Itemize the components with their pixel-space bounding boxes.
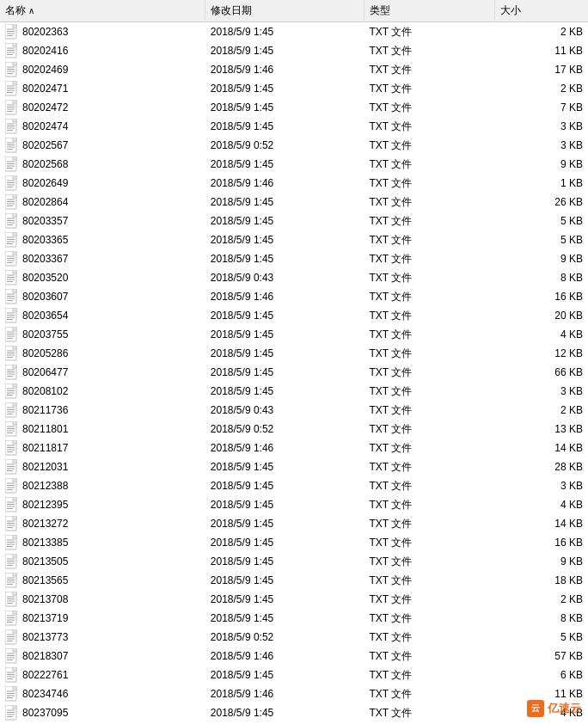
file-date-cell: 2018/5/9 1:45 — [205, 344, 364, 363]
file-name-cell: 80211817 — [0, 439, 205, 457]
table-row[interactable]: 802024712018/5/9 1:45TXT 文件2 KB — [0, 79, 588, 98]
table-row[interactable]: 802137082018/5/9 1:45TXT 文件2 KB — [0, 590, 588, 609]
file-name-cell: 80206477 — [0, 363, 205, 382]
txt-icon — [5, 667, 19, 683]
table-row[interactable]: 802024162018/5/9 1:45TXT 文件11 KB — [0, 41, 588, 60]
file-size-cell: 5 KB — [494, 212, 588, 230]
svg-rect-100 — [13, 289, 16, 292]
file-name-label: 80212031 — [22, 461, 68, 473]
table-row[interactable]: 802025682018/5/9 1:45TXT 文件9 KB — [0, 155, 588, 174]
table-row[interactable]: 802024722018/5/9 1:45TXT 文件7 KB — [0, 98, 588, 117]
file-date-cell: 2018/5/9 0:52 — [205, 136, 364, 155]
txt-icon — [5, 194, 19, 210]
table-row[interactable]: 802033672018/5/9 1:45TXT 文件9 KB — [0, 249, 588, 268]
table-row[interactable]: 802183072018/5/9 1:46TXT 文件57 KB — [0, 647, 588, 666]
file-size-cell: 14 KB — [494, 439, 588, 457]
file-name-label: 80203365 — [22, 234, 68, 246]
table-row[interactable]: 802118012018/5/9 0:52TXT 文件13 KB — [0, 420, 588, 439]
table-row[interactable]: 802026492018/5/9 1:46TXT 文件1 KB — [0, 174, 588, 193]
table-row[interactable]: 802035202018/5/9 0:43TXT 文件8 KB — [0, 268, 588, 287]
table-row[interactable]: 802033572018/5/9 1:45TXT 文件5 KB — [0, 212, 588, 230]
txt-icon — [5, 156, 19, 172]
table-row[interactable]: 802123952018/5/9 1:45TXT 文件4 KB — [0, 495, 588, 514]
column-header-type[interactable]: 类型 — [364, 0, 494, 22]
file-name-label: 80203357 — [22, 215, 68, 227]
file-size-cell: 9 KB — [494, 155, 588, 174]
file-size-cell: 66 KB — [494, 363, 588, 382]
table-row[interactable]: 802137192018/5/9 1:45TXT 文件8 KB — [0, 609, 588, 628]
svg-rect-121 — [13, 346, 16, 349]
file-name-label: 80213708 — [22, 593, 68, 605]
txt-icon — [5, 327, 19, 342]
table-row[interactable]: 802024692018/5/9 1:46TXT 文件17 KB — [0, 60, 588, 79]
file-type-cell: TXT 文件 — [364, 98, 494, 117]
file-name-cell: 80234746 — [0, 684, 205, 703]
file-name-cell: 80203365 — [0, 230, 205, 249]
table-row[interactable]: 802064772018/5/9 1:45TXT 文件66 KB — [0, 363, 588, 382]
txt-icon — [5, 346, 19, 361]
table-row[interactable]: 802081022018/5/9 1:45TXT 文件3 KB — [0, 382, 588, 401]
txt-icon — [5, 270, 19, 285]
file-table: 名称 修改日期 类型 大小 — [0, 0, 588, 724]
file-type-cell: TXT 文件 — [364, 382, 494, 401]
table-row[interactable]: 802133852018/5/9 1:45TXT 文件16 KB — [0, 533, 588, 552]
svg-rect-233 — [13, 648, 16, 652]
table-row[interactable]: 802123882018/5/9 1:45TXT 文件3 KB — [0, 476, 588, 495]
file-name-cell: 80203357 — [0, 212, 205, 230]
table-row[interactable]: 802135052018/5/9 1:45TXT 文件9 KB — [0, 552, 588, 571]
txt-icon — [5, 308, 19, 323]
column-header-size[interactable]: 大小 — [494, 0, 588, 22]
txt-icon — [5, 100, 19, 115]
file-type-cell: TXT 文件 — [364, 552, 494, 571]
file-type-cell: TXT 文件 — [364, 268, 494, 287]
txt-icon — [5, 402, 19, 418]
watermark-icon: 云 — [527, 700, 544, 717]
table-row[interactable]: 802118172018/5/9 1:46TXT 文件14 KB — [0, 439, 588, 457]
svg-rect-163 — [13, 459, 16, 463]
file-name-label: 80211801 — [22, 423, 68, 435]
table-row[interactable]: 802023632018/5/9 1:45TXT 文件2 KB — [0, 22, 588, 42]
table-row[interactable]: 802028642018/5/9 1:45TXT 文件26 KB — [0, 193, 588, 212]
txt-icon — [5, 213, 19, 229]
table-row[interactable]: 802033652018/5/9 1:45TXT 文件5 KB — [0, 230, 588, 249]
table-row[interactable]: 802036542018/5/9 1:45TXT 文件20 KB — [0, 306, 588, 325]
file-name-label: 80202416 — [22, 45, 68, 57]
table-row[interactable]: 802037552018/5/9 1:45TXT 文件4 KB — [0, 325, 588, 344]
txt-icon — [5, 232, 19, 248]
table-row[interactable]: 802137732018/5/9 0:52TXT 文件5 KB — [0, 628, 588, 647]
table-row[interactable]: 802036072018/5/9 1:46TXT 文件16 KB — [0, 287, 588, 306]
txt-icon — [5, 24, 19, 40]
file-name-cell: 80213385 — [0, 533, 205, 552]
table-row[interactable]: 802120312018/5/9 1:45TXT 文件28 KB — [0, 457, 588, 476]
file-name-cell: 80203520 — [0, 268, 205, 287]
file-size-cell: 16 KB — [494, 287, 588, 306]
column-header-name[interactable]: 名称 — [0, 0, 205, 22]
file-size-cell: 28 KB — [494, 457, 588, 476]
file-date-cell: 2018/5/9 1:45 — [205, 514, 364, 533]
file-type-cell: TXT 文件 — [364, 22, 494, 42]
svg-rect-65 — [13, 194, 16, 198]
file-type-cell: TXT 文件 — [364, 193, 494, 212]
file-date-cell: 2018/5/9 1:45 — [205, 98, 364, 117]
table-row[interactable]: 802052862018/5/9 1:45TXT 文件12 KB — [0, 344, 588, 363]
file-date-cell: 2018/5/9 1:45 — [205, 155, 364, 174]
file-date-cell: 2018/5/9 1:45 — [205, 703, 364, 722]
txt-icon — [5, 62, 19, 77]
file-name-label: 80212388 — [22, 480, 68, 492]
file-size-cell: 2 KB — [494, 22, 588, 42]
column-header-date[interactable]: 修改日期 — [205, 0, 364, 22]
table-row[interactable]: 802227612018/5/9 1:45TXT 文件6 KB — [0, 666, 588, 684]
svg-rect-254 — [13, 705, 16, 709]
table-row[interactable]: 802024742018/5/9 1:45TXT 文件3 KB — [0, 117, 588, 136]
file-date-cell: 2018/5/9 1:45 — [205, 609, 364, 628]
table-row[interactable]: 802117362018/5/9 0:43TXT 文件2 KB — [0, 401, 588, 420]
file-size-cell: 57 KB — [494, 647, 588, 666]
table-row[interactable]: 802347462018/5/9 1:46TXT 文件11 KB — [0, 684, 588, 703]
svg-rect-107 — [13, 308, 16, 311]
txt-icon — [5, 421, 19, 437]
table-row[interactable]: 802025672018/5/9 0:52TXT 文件3 KB — [0, 136, 588, 155]
table-row[interactable]: 802370952018/5/9 1:45TXT 文件4 KB — [0, 703, 588, 722]
table-row[interactable]: 802132722018/5/9 1:45TXT 文件14 KB — [0, 514, 588, 533]
svg-rect-58 — [13, 175, 16, 179]
table-row[interactable]: 802135652018/5/9 1:45TXT 文件18 KB — [0, 571, 588, 590]
